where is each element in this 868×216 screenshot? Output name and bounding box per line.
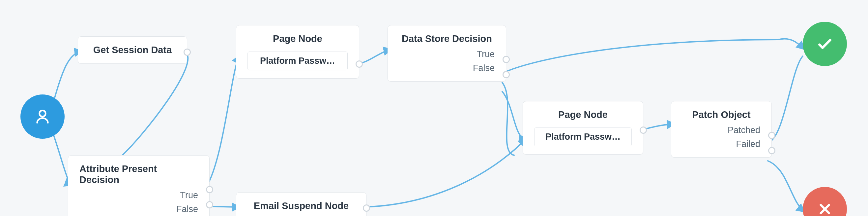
output-false-label: False xyxy=(399,61,495,75)
output-failed-label: Failed xyxy=(682,137,760,151)
output-false-label: False xyxy=(80,202,198,216)
failure-terminal[interactable] xyxy=(803,187,847,216)
check-icon xyxy=(816,35,834,53)
node-title: Email Suspend Node xyxy=(247,200,355,211)
node-get-session-data[interactable]: Get Session Data xyxy=(78,36,187,64)
start-node[interactable] xyxy=(21,94,65,139)
node-outputs: True False xyxy=(399,48,495,75)
node-sub-item[interactable]: Platform Passw… xyxy=(534,128,632,146)
node-outputs: True False xyxy=(80,189,198,216)
node-email-suspend[interactable]: Email Suspend Node xyxy=(236,192,367,216)
flow-canvas[interactable]: Get Session Data Attribute Present Decis… xyxy=(0,0,868,216)
output-true-label: True xyxy=(399,48,495,61)
node-title: Data Store Decision xyxy=(399,33,495,44)
output-port-patched[interactable] xyxy=(768,132,775,139)
node-title: Get Session Data xyxy=(89,45,176,55)
node-page-node-2[interactable]: Page Node Platform Passw… xyxy=(523,101,643,155)
close-icon xyxy=(816,201,833,216)
output-port[interactable] xyxy=(363,205,370,212)
output-port[interactable] xyxy=(640,127,647,134)
output-port-true[interactable] xyxy=(502,56,510,63)
person-icon xyxy=(33,107,52,126)
node-title: Attribute Present Decision xyxy=(80,163,198,185)
node-data-store-decision[interactable]: Data Store Decision True False xyxy=(388,25,506,82)
node-attribute-present-decision[interactable]: Attribute Present Decision True False xyxy=(68,155,210,216)
output-port-false[interactable] xyxy=(502,71,510,78)
node-outputs: Patched Failed xyxy=(682,124,760,151)
node-title: Page Node xyxy=(534,109,632,120)
output-port[interactable] xyxy=(355,60,363,68)
output-port-failed[interactable] xyxy=(768,147,775,154)
output-patched-label: Patched xyxy=(682,124,760,137)
output-true-label: True xyxy=(80,189,198,202)
node-title: Patch Object xyxy=(682,109,760,120)
node-title: Page Node xyxy=(247,33,348,44)
node-sub-item[interactable]: Platform Passw… xyxy=(247,52,348,70)
output-port-true[interactable] xyxy=(206,186,213,193)
output-port[interactable] xyxy=(184,49,191,56)
output-port-false[interactable] xyxy=(206,201,213,208)
success-terminal[interactable] xyxy=(803,22,847,66)
node-page-node-1[interactable]: Page Node Platform Passw… xyxy=(236,25,359,79)
node-patch-object[interactable]: Patch Object Patched Failed xyxy=(671,101,772,158)
